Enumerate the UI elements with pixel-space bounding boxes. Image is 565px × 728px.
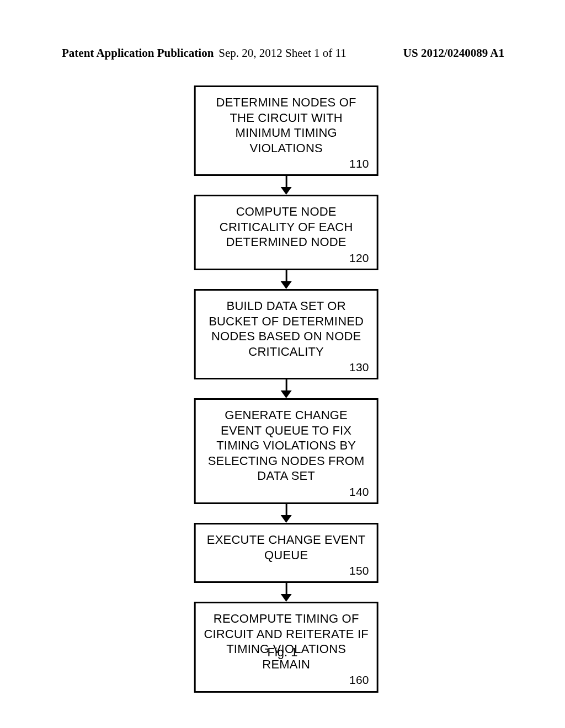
arrow-icon xyxy=(281,379,292,398)
arrow-icon xyxy=(281,270,292,289)
flow-box-text: BUILD DATA SET OR BUCKET OF DETERMINED N… xyxy=(204,298,369,359)
figure-label: Fig. 1 xyxy=(267,645,297,660)
arrow-icon xyxy=(281,176,292,195)
header-right: US 2012/0240089 A1 xyxy=(403,46,504,60)
flow-box-130: BUILD DATA SET OR BUCKET OF DETERMINED N… xyxy=(194,289,379,379)
header-center: Sep. 20, 2012 Sheet 1 of 11 xyxy=(218,46,346,60)
flow-box-120: COMPUTE NODE CRITICALITY OF EACH DETERMI… xyxy=(194,195,379,270)
flow-box-number: 140 xyxy=(204,485,369,499)
arrow-icon xyxy=(281,504,292,523)
flow-box-number: 130 xyxy=(204,360,369,374)
arrow-icon xyxy=(281,583,292,602)
flow-box-110: DETERMINE NODES OF THE CIRCUIT WITH MINI… xyxy=(194,85,379,176)
flow-box-150: EXECUTE CHANGE EVENT QUEUE 150 xyxy=(194,523,379,583)
flow-box-number: 110 xyxy=(204,157,369,171)
flow-box-text: GENERATE CHANGE EVENT QUEUE TO FIX TIMIN… xyxy=(204,408,369,484)
page: Patent Application Publication Sep. 20, … xyxy=(0,0,565,728)
flow-box-number: 150 xyxy=(204,564,369,578)
flow-box-text: RECOMPUTE TIMING OF CIRCUIT AND REITERAT… xyxy=(204,611,369,672)
flow-box-text: DETERMINE NODES OF THE CIRCUIT WITH MINI… xyxy=(204,95,369,156)
flow-box-text: EXECUTE CHANGE EVENT QUEUE xyxy=(204,532,369,563)
flowchart: DETERMINE NODES OF THE CIRCUIT WITH MINI… xyxy=(194,85,379,693)
flow-box-number: 160 xyxy=(204,673,369,687)
header-left: Patent Application Publication xyxy=(62,46,214,60)
flow-box-number: 120 xyxy=(204,251,369,265)
flow-box-text: COMPUTE NODE CRITICALITY OF EACH DETERMI… xyxy=(204,204,369,250)
flow-box-140: GENERATE CHANGE EVENT QUEUE TO FIX TIMIN… xyxy=(194,398,379,504)
